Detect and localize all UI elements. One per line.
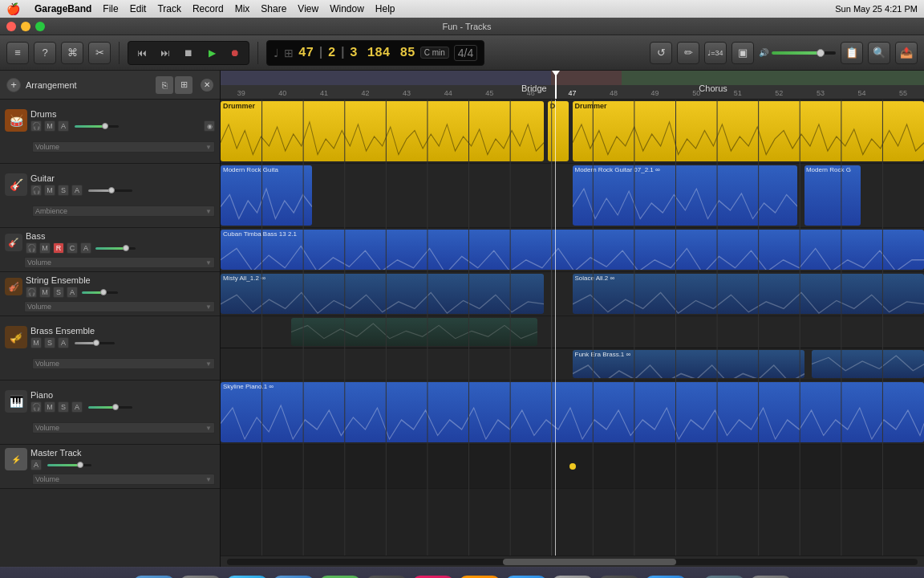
record-button[interactable]: ⏺ [225, 43, 245, 63]
dock-icon-launchpad[interactable]: 🚀 [180, 576, 221, 579]
brass-upper-clip-1[interactable] [291, 318, 537, 346]
piano-mute-btn[interactable]: M [44, 401, 55, 413]
brass-lower-lane[interactable]: Funk Era Brass.1 ∞ [221, 348, 924, 381]
score-button[interactable]: 📋 [841, 42, 863, 64]
dock-icon-trash[interactable]: 🗑 [750, 576, 792, 579]
search-button[interactable]: 🔍 [868, 42, 890, 64]
piano-lane[interactable]: Skyline Piano.1 ∞ [221, 381, 924, 445]
menu-file[interactable]: File [103, 3, 118, 14]
dock-icon-itunes[interactable]: 🎵 [412, 576, 454, 579]
master-auto-btn[interactable]: A [30, 459, 42, 470]
drums-vol-dropdown[interactable]: Volume ▼ [32, 141, 215, 153]
brass-vol-dropdown[interactable]: Volume ▼ [32, 358, 215, 369]
master-volume-slider[interactable] [772, 51, 836, 55]
piano-solo-btn[interactable]: S [58, 401, 69, 413]
dock-icon-internet-connect[interactable]: 🌐 [645, 576, 687, 579]
string-volume-slider[interactable] [82, 291, 118, 294]
brass-upper-lane[interactable] [221, 316, 924, 348]
string-lane[interactable]: Misty All_1.2 ∞ Solace All.2 ∞ [221, 272, 924, 316]
string-clip-1[interactable]: Misty All_1.2 ∞ [221, 274, 544, 314]
drums-clip-3[interactable]: Drummer [573, 101, 925, 161]
dock-icon-system-preferences[interactable]: ⚙ [552, 576, 594, 579]
guitar-volume-slider[interactable] [88, 189, 132, 192]
dock-icon-finder-2[interactable]: 📁 [703, 576, 745, 579]
guitar-auto-btn[interactable]: A [71, 185, 83, 196]
mode-btn-2[interactable]: ⊞ [175, 76, 192, 94]
brass-lower-clip-2[interactable] [812, 350, 924, 378]
piano-auto-btn[interactable]: A [71, 401, 83, 413]
piano-vol-dropdown[interactable]: Volume ▼ [32, 422, 215, 434]
guitar-vol-dropdown[interactable]: Ambience ▼ [32, 206, 215, 217]
master-vol-slider[interactable] [47, 464, 91, 466]
dock-icon-messages[interactable]: 💬 [319, 576, 361, 579]
bass-lane[interactable]: Cuban Timba Bass 13 2.1 [221, 228, 924, 272]
brass-volume-slider[interactable] [75, 342, 115, 344]
bass-record-btn[interactable]: R [53, 242, 64, 254]
apple-menu[interactable]: 🍎 [6, 2, 20, 15]
volume-knob[interactable] [817, 49, 825, 57]
string-auto-btn[interactable]: A [67, 287, 78, 298]
track-content[interactable]: Drummer D Drummer [221, 100, 924, 556]
drums-volume-slider[interactable] [75, 125, 119, 128]
string-headphone-btn[interactable]: 🎧 [26, 287, 37, 298]
tempo-button[interactable]: ♩=34 [704, 42, 727, 64]
library-button[interactable]: ≡ [6, 42, 29, 64]
ruler[interactable]: Bridge Chorus 39 40 41 42 43 44 45 46 47… [221, 71, 924, 100]
menu-help[interactable]: Help [375, 3, 395, 14]
menu-view[interactable]: View [298, 3, 318, 14]
dock-icon-finder[interactable]: 🗂 [133, 576, 175, 579]
stop-button[interactable]: ⏹ [178, 43, 199, 63]
metronome-icon[interactable]: ♩ [274, 47, 279, 59]
drums-mute-btn[interactable]: M [44, 120, 55, 132]
piano-headphone-btn[interactable]: 🎧 [30, 401, 42, 413]
dock-icon-safari[interactable]: 🧭 [226, 576, 268, 579]
menu-track[interactable]: Track [157, 3, 181, 14]
share-button[interactable]: 📤 [895, 42, 918, 64]
menu-edit[interactable]: Edit [130, 3, 147, 14]
guitar-clip-1[interactable]: Modern Rock Guita [221, 165, 312, 226]
bass-clip-1[interactable]: Cuban Timba Bass 13 2.1 [221, 230, 924, 270]
smart-controls-button[interactable]: ⌘ [61, 42, 83, 64]
dock-icon-appstore[interactable]: A [505, 576, 547, 579]
arrangement-close[interactable]: ✕ [201, 79, 213, 92]
brass-lower-clip-1[interactable]: Funk Era Brass.1 ∞ [573, 350, 804, 378]
string-clip-2[interactable]: Solace All.2 ∞ [573, 274, 925, 314]
menu-mix[interactable]: Mix [235, 3, 250, 14]
bass-volume-slider[interactable] [95, 247, 136, 250]
guitar-solo-btn[interactable]: S [58, 185, 69, 196]
app-name[interactable]: GarageBand [34, 3, 91, 14]
dock-icon-garageband[interactable]: 🎸 [366, 576, 407, 579]
drums-lane[interactable]: Drummer D Drummer [221, 100, 924, 164]
rewind-button[interactable]: ⏮ [132, 43, 152, 63]
menu-window[interactable]: Window [330, 3, 364, 14]
bass-headphone-btn[interactable]: 🎧 [26, 242, 37, 254]
pencil-button[interactable]: ✏ [677, 42, 699, 64]
bass-auto-btn[interactable]: A [80, 242, 91, 254]
scrollbar-thumb[interactable] [503, 559, 675, 565]
guitar-mute-btn[interactable]: M [44, 185, 55, 196]
string-vol-dropdown[interactable]: Volume ▼ [24, 301, 215, 312]
drums-headphone-btn[interactable]: 🎧 [30, 120, 42, 132]
master-automation-point[interactable] [569, 463, 576, 470]
guitar-lane[interactable]: Modern Rock Guita Modern Rock Guitar 07_… [221, 164, 924, 228]
dock-icon-mail[interactable]: ✉ [273, 576, 314, 579]
piano-clip-1[interactable]: Skyline Piano.1 ∞ [221, 382, 924, 442]
master-vol-dropdown[interactable]: Volume ▼ [32, 474, 215, 485]
string-solo-btn[interactable]: S [53, 287, 64, 298]
drums-pan-btn[interactable]: ◉ [204, 120, 215, 132]
guitar-clip-2[interactable]: Modern Rock Guitar 07_2.1 ∞ [573, 165, 798, 226]
count-in-icon[interactable]: ⊞ [284, 47, 294, 59]
horizontal-scrollbar[interactable] [227, 559, 918, 565]
drums-auto-btn[interactable]: A [58, 120, 69, 132]
guitar-clip-3[interactable]: Modern Rock G [804, 165, 861, 226]
dock-icon-ibooks[interactable]: 📚 [459, 576, 500, 579]
key-display[interactable]: C min [420, 47, 449, 59]
brass-auto-btn[interactable]: A [58, 337, 69, 348]
bass-cycle-btn[interactable]: C [67, 242, 78, 254]
brass-solo-btn[interactable]: S [44, 337, 55, 348]
drums-clip-2[interactable]: D [548, 101, 569, 161]
mode-btn-1[interactable]: ⎘ [156, 76, 173, 94]
master-lane[interactable] [221, 445, 924, 489]
close-button[interactable] [6, 22, 16, 31]
help-button[interactable]: ? [34, 42, 56, 64]
